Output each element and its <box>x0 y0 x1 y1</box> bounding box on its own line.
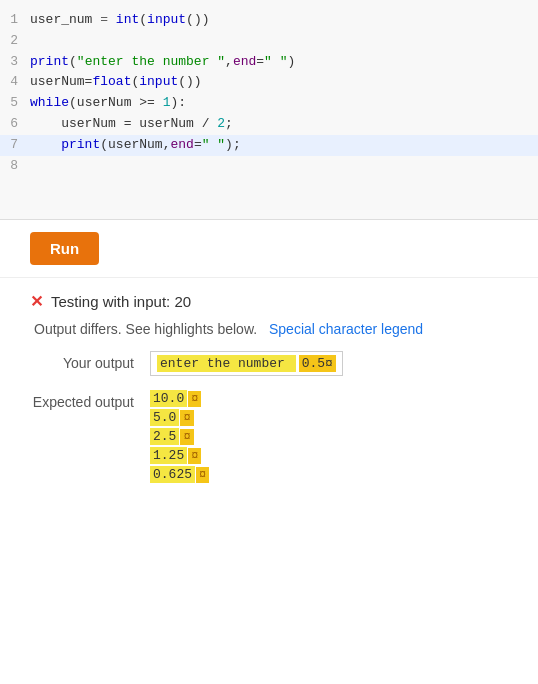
your-output-box: enter the number 0.5¤ <box>150 351 343 376</box>
line-content-2 <box>30 31 38 52</box>
expected-line-text: 0.625 <box>150 466 195 483</box>
run-section: Run <box>0 220 538 278</box>
code-line-8: 8 <box>0 156 538 177</box>
output-differs-line: Output differs. See highlights below. Sp… <box>30 321 508 337</box>
expected-line-text: 1.25 <box>150 447 187 464</box>
expected-line: 2.5¤ <box>150 428 209 445</box>
line-number-7: 7 <box>0 135 30 156</box>
line-number-1: 1 <box>0 10 30 31</box>
your-output-label: Your output <box>30 351 150 371</box>
newline-marker: ¤ <box>180 429 193 445</box>
line-number-2: 2 <box>0 31 30 52</box>
code-line-7: 7 print(userNum,end=" "); <box>0 135 538 156</box>
test-title: Testing with input: 20 <box>51 293 191 310</box>
expected-line-text: 2.5 <box>150 428 179 445</box>
your-output-text: enter the number <box>157 355 296 372</box>
newline-marker: ¤ <box>196 467 209 483</box>
output-differs-text: Output differs. See highlights below. <box>34 321 257 337</box>
line-content-3: print("enter the number ",end=" ") <box>30 52 295 73</box>
code-line-6: 6 userNum = userNum / 2; <box>0 114 538 135</box>
code-line-3: 3 print("enter the number ",end=" ") <box>0 52 538 73</box>
code-line-2: 2 <box>0 31 538 52</box>
line-content-6: userNum = userNum / 2; <box>30 114 233 135</box>
code-line-1: 1 user_num = int(input()) <box>0 10 538 31</box>
fail-icon: ✕ <box>30 292 43 311</box>
code-editor[interactable]: 1 user_num = int(input()) 2 3 print("ent… <box>0 0 538 220</box>
test-result: ✕ Testing with input: 20 Output differs.… <box>0 278 538 513</box>
line-content-7: print(userNum,end=" "); <box>30 135 241 156</box>
expected-line: 1.25¤ <box>150 447 209 464</box>
line-content-4: userNum=float(input()) <box>30 72 202 93</box>
line-number-4: 4 <box>0 72 30 93</box>
expected-output-section: Expected output 10.0¤5.0¤2.5¤1.25¤0.625¤ <box>30 390 508 485</box>
test-header: ✕ Testing with input: 20 <box>30 292 508 311</box>
run-button[interactable]: Run <box>30 232 99 265</box>
expected-line-text: 5.0 <box>150 409 179 426</box>
line-content-1: user_num = int(input()) <box>30 10 210 31</box>
line-number-3: 3 <box>0 52 30 73</box>
line-content-5: while(userNum >= 1): <box>30 93 186 114</box>
your-output-section: Your output enter the number 0.5¤ <box>30 351 508 376</box>
expected-line: 5.0¤ <box>150 409 209 426</box>
expected-line: 10.0¤ <box>150 390 209 407</box>
special-legend-link[interactable]: Special character legend <box>269 321 423 337</box>
newline-marker: ¤ <box>180 410 193 426</box>
expected-line: 0.625¤ <box>150 466 209 483</box>
line-number-5: 5 <box>0 93 30 114</box>
line-content-8 <box>30 156 38 177</box>
expected-output-lines: 10.0¤5.0¤2.5¤1.25¤0.625¤ <box>150 390 209 485</box>
line-number-8: 8 <box>0 156 30 177</box>
expected-line-text: 10.0 <box>150 390 187 407</box>
expected-output-label: Expected output <box>30 390 150 410</box>
code-line-4: 4 userNum=float(input()) <box>0 72 538 93</box>
code-line-5: 5 while(userNum >= 1): <box>0 93 538 114</box>
newline-marker: ¤ <box>188 448 201 464</box>
your-output-extra: 0.5¤ <box>299 355 336 372</box>
line-number-6: 6 <box>0 114 30 135</box>
code-scroll[interactable]: 1 user_num = int(input()) 2 3 print("ent… <box>0 10 538 176</box>
newline-marker: ¤ <box>188 391 201 407</box>
